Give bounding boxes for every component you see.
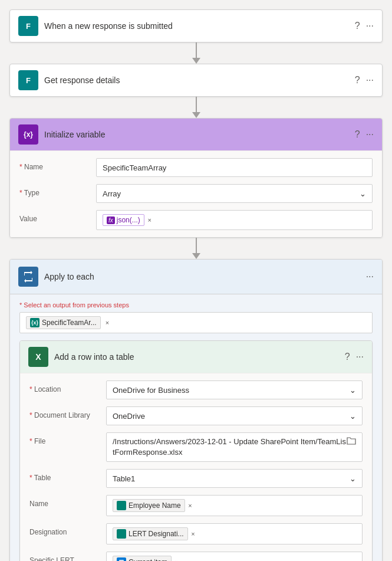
flow-canvas: F When a new response is submitted ? ···… xyxy=(9,9,383,561)
field-type-select[interactable]: Array ⌄ xyxy=(96,184,373,203)
step-init-var: {x} Initialize variable ? ··· Name Speci… xyxy=(9,118,383,238)
arrow-2 xyxy=(192,97,200,118)
field-table-row: Table Table1 ⌄ xyxy=(29,469,363,488)
step-trigger-more-icon[interactable]: ··· xyxy=(366,21,374,31)
specific-lert-tag-icon xyxy=(117,557,126,561)
file-folder-icon[interactable] xyxy=(347,437,356,447)
nested-add-row-more-icon[interactable]: ··· xyxy=(356,352,364,362)
field-file-row: File /Instructions/Answers/2023-12-01 - … xyxy=(29,432,363,462)
field-doclibrary-row: Document Library OneDrive ⌄ xyxy=(29,406,363,425)
emp-name-close-icon[interactable]: × xyxy=(188,502,192,509)
step-trigger-actions: ? ··· xyxy=(355,21,374,31)
nested-add-row-header: X Add a row into a table ? ··· xyxy=(20,341,372,373)
field-value-fx-tag: fx json(...) xyxy=(103,214,144,226)
fx-icon: fx xyxy=(107,216,115,224)
field-emp-name-input[interactable]: Employee Name × xyxy=(106,495,363,516)
apply-each-card: Apply to each ··· * Select an output fro… xyxy=(9,259,383,561)
step-init-var-icon: {x} xyxy=(18,124,38,145)
field-value-row: Value fx json(...) × xyxy=(19,210,373,230)
designation-tag-icon xyxy=(117,529,126,539)
field-type-row: Type Array ⌄ xyxy=(19,184,373,203)
step-init-var-body: Name SpecificTeamArray Type Array ⌄ Valu… xyxy=(10,150,382,237)
specific-lert-tag: Current item xyxy=(113,556,172,561)
step-init-var-title: Initialize variable xyxy=(44,130,349,139)
arrow-3-line xyxy=(196,238,197,253)
field-name-input[interactable]: SpecificTeamArray xyxy=(96,158,373,177)
step-trigger-header: F When a new response is submitted ? ··· xyxy=(10,10,382,42)
select-output-tag: {x} SpecificTeamAr... xyxy=(26,316,101,329)
repeat-icon xyxy=(22,271,34,283)
field-doclibrary-label: Document Library xyxy=(29,406,100,419)
step-get-details-title: Get response details xyxy=(44,76,349,85)
step-get-details-header: F Get response details ? ··· xyxy=(10,64,382,96)
field-location-select[interactable]: OneDrive for Business ⌄ xyxy=(106,380,363,399)
nested-add-row-body: Location OneDrive for Business ⌄ Documen… xyxy=(20,373,372,561)
arrow-1-line xyxy=(196,42,197,58)
arrow-2-head xyxy=(192,112,200,118)
step-trigger-title: When a new response is submitted xyxy=(44,21,349,31)
field-location-chevron-icon: ⌄ xyxy=(350,386,356,395)
field-value-close-icon[interactable]: × xyxy=(147,216,151,224)
field-location-row: Location OneDrive for Business ⌄ xyxy=(29,380,363,399)
apply-each-actions: ··· xyxy=(366,271,374,282)
apply-each-title: Apply to each xyxy=(44,272,360,281)
field-emp-name-row: Name Employee Name × xyxy=(29,495,363,516)
step-trigger-help-icon[interactable]: ? xyxy=(355,21,360,31)
nested-add-row-card: X Add a row into a table ? ··· Location … xyxy=(19,340,373,561)
field-designation-row: Designation LERT Designati... × xyxy=(29,523,363,544)
field-value-label: Value xyxy=(19,210,90,223)
field-specific-lert-label: Specific LERT xyxy=(29,552,100,561)
select-output-close-icon[interactable]: × xyxy=(106,319,109,326)
field-emp-name-label: Name xyxy=(29,495,100,508)
step-init-var-header: {x} Initialize variable ? ··· xyxy=(10,119,382,150)
emp-name-tag-icon xyxy=(117,501,126,510)
step-get-details-more-icon[interactable]: ··· xyxy=(366,75,374,86)
field-type-chevron-icon: ⌄ xyxy=(360,189,366,198)
step-get-details-actions: ? ··· xyxy=(355,75,374,86)
field-value-input[interactable]: fx json(...) × xyxy=(96,210,373,230)
specific-lert-close-icon[interactable]: × xyxy=(175,559,179,561)
step-get-details: F Get response details ? ··· xyxy=(9,64,383,97)
select-output-field[interactable]: {x} SpecificTeamAr... × xyxy=(19,312,373,333)
nested-add-row-actions: ? ··· xyxy=(345,352,364,362)
field-name-row: Name SpecificTeamArray xyxy=(19,158,373,177)
designation-close-icon[interactable]: × xyxy=(191,530,195,537)
field-file-label: File xyxy=(29,432,100,445)
step-trigger: F When a new response is submitted ? ··· xyxy=(9,9,383,42)
field-specific-lert-input[interactable]: Current item × xyxy=(106,552,363,561)
arrow-3 xyxy=(192,238,200,259)
step-get-details-icon: F xyxy=(18,70,38,90)
emp-name-tag: Employee Name xyxy=(113,499,185,512)
apply-each-header: Apply to each ··· xyxy=(10,260,382,294)
select-output-tag-icon: {x} xyxy=(30,318,39,327)
nested-add-row-help-icon[interactable]: ? xyxy=(345,352,350,362)
field-name-label: Name xyxy=(19,158,90,171)
field-doclibrary-select[interactable]: OneDrive ⌄ xyxy=(106,406,363,425)
field-designation-label: Designation xyxy=(29,523,100,536)
field-type-label: Type xyxy=(19,184,90,197)
step-init-var-help-icon[interactable]: ? xyxy=(355,129,360,140)
nested-add-row-title: Add a row into a table xyxy=(54,352,339,362)
arrow-1-head xyxy=(192,58,200,64)
nested-add-row-icon: X xyxy=(28,347,48,367)
apply-each-body: * Select an output from previous steps {… xyxy=(10,294,382,561)
field-file-input[interactable]: /Instructions/Answers/2023-12-01 - Updat… xyxy=(106,432,363,462)
field-doclibrary-chevron-icon: ⌄ xyxy=(350,412,356,421)
step-trigger-icon: F xyxy=(18,16,38,36)
apply-each-more-icon[interactable]: ··· xyxy=(366,271,374,282)
arrow-3-head xyxy=(192,253,200,259)
arrow-1 xyxy=(192,42,200,64)
field-table-label: Table xyxy=(29,469,100,482)
field-table-chevron-icon: ⌄ xyxy=(350,474,356,483)
field-designation-input[interactable]: LERT Designati... × xyxy=(106,523,363,544)
field-table-select[interactable]: Table1 ⌄ xyxy=(106,469,363,488)
select-output-label: * Select an output from previous steps xyxy=(19,301,373,309)
designation-tag: LERT Designati... xyxy=(113,527,188,540)
field-specific-lert-row: Specific LERT Current item xyxy=(29,552,363,561)
apply-each-icon xyxy=(18,267,38,287)
step-init-var-actions: ? ··· xyxy=(355,129,374,140)
arrow-2-line xyxy=(196,97,197,112)
field-location-label: Location xyxy=(29,380,100,393)
step-get-details-help-icon[interactable]: ? xyxy=(355,75,360,86)
step-init-var-more-icon[interactable]: ··· xyxy=(366,129,374,140)
